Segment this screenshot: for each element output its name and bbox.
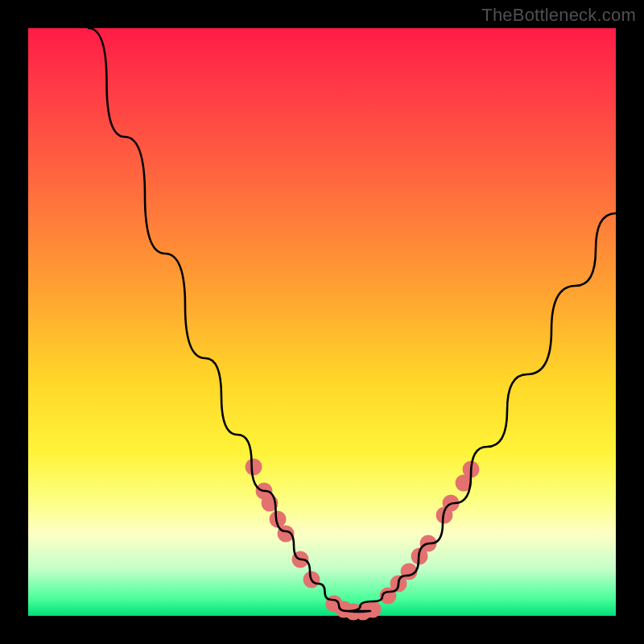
data-marker [246,459,262,476]
markers-group [246,459,480,621]
curves-group [89,28,616,612]
chart-plot-area [28,28,616,616]
watermark-text: TheBottleneck.com [481,5,636,26]
data-marker [365,601,382,618]
chart-frame: TheBottleneck.com [0,0,644,644]
bottleneck-curve [89,28,616,612]
chart-svg [28,28,616,616]
